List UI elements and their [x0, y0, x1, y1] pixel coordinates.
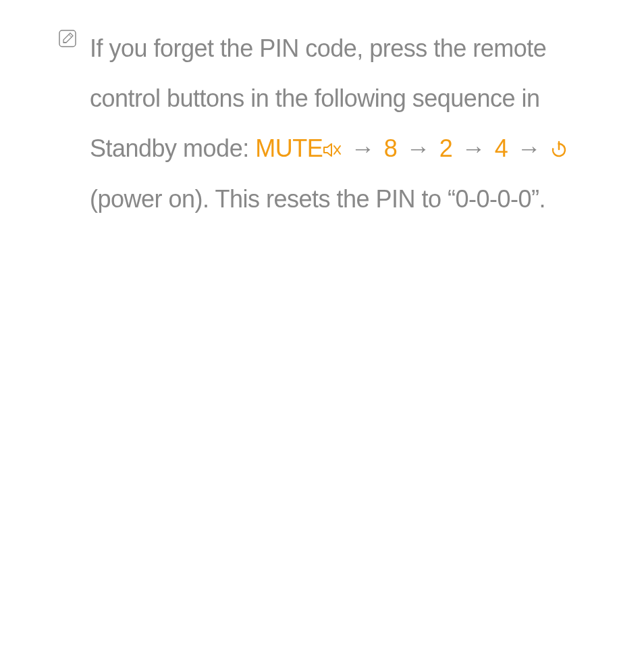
- arrow-2: →: [406, 134, 431, 162]
- svg-line-2: [69, 34, 72, 37]
- step-2: 2: [439, 134, 453, 162]
- arrow-3: →: [462, 134, 486, 162]
- arrow-4: →: [517, 134, 541, 162]
- note-pencil-icon: [57, 28, 78, 51]
- note-block: If you forget the PIN code, press the re…: [57, 24, 603, 224]
- step-4: 4: [495, 134, 508, 162]
- mute-speaker-icon: [323, 125, 342, 175]
- step-8: 8: [384, 134, 398, 162]
- power-icon: [550, 125, 568, 175]
- svg-rect-0: [59, 30, 76, 47]
- note-text: If you forget the PIN code, press the re…: [90, 24, 603, 224]
- arrow-1: →: [351, 134, 375, 162]
- mute-label: MUTE: [255, 134, 323, 162]
- note-part2: (power on). This resets the PIN to “0-0-…: [90, 185, 545, 213]
